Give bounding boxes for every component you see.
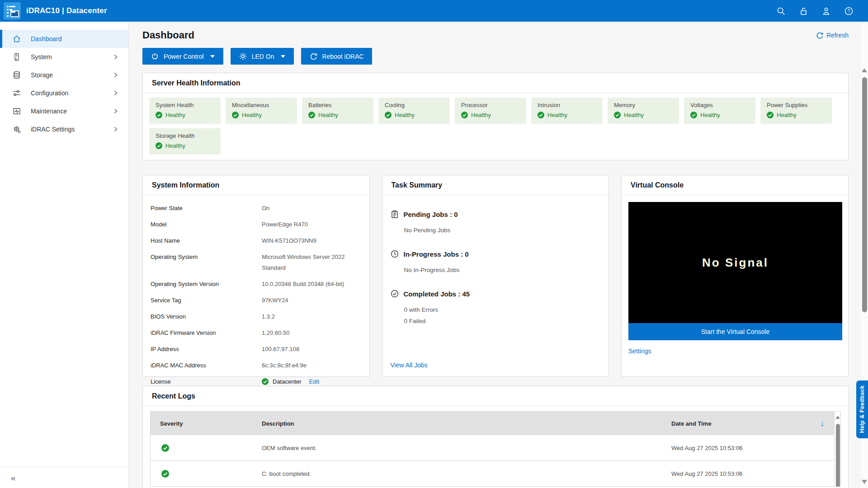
healthy-check-icon — [461, 112, 468, 118]
help-feedback-tab[interactable]: Help & Feedback — [856, 380, 868, 438]
sidebar-item-label: Dashboard — [31, 35, 62, 42]
license-row: License Datacenter Edit — [151, 375, 362, 389]
column-header-description[interactable]: Description — [252, 420, 662, 427]
page-scrollbar-thumb[interactable] — [862, 77, 867, 312]
sidebar-item-maintenance[interactable]: Maintenance — [0, 102, 128, 120]
table-row: C: boot completed. Wed Aug 27 2025 10:53… — [151, 461, 840, 487]
scroll-up-icon[interactable] — [862, 68, 867, 72]
home-icon — [12, 34, 21, 43]
sidebar-item-configuration[interactable]: Configuration — [0, 84, 128, 102]
reboot-idrac-button[interactable]: Reboot iDRAC — [301, 48, 373, 65]
no-pending-jobs-text: No Pending Jobs — [404, 227, 601, 234]
sort-descending-icon[interactable]: ↓ — [821, 420, 825, 427]
health-tile-batteries: Batteries Healthy — [302, 98, 373, 124]
view-all-jobs-link[interactable]: View All Jobs — [391, 361, 428, 369]
info-row: Operating SystemMicrosoft Windows Server… — [151, 250, 362, 277]
reboot-icon — [310, 52, 317, 60]
info-row: BIOS Version1.3.2 — [151, 310, 362, 326]
health-tile-power-supplies: Power Supplies Healthy — [760, 98, 832, 124]
healthy-check-icon — [690, 112, 697, 118]
server-icon — [12, 52, 21, 61]
severity-ok-icon — [161, 470, 169, 478]
health-tile-system-health: System Health Healthy — [149, 98, 221, 124]
info-row: Service Tag97KWY24 — [151, 293, 362, 310]
table-scrollbar[interactable] — [834, 412, 840, 487]
health-tile-miscellaneous: Miscellaneous Healthy — [226, 98, 297, 124]
user-icon[interactable] — [821, 6, 831, 16]
info-row: Host NameWIN-K571OO73NN9 — [151, 234, 362, 250]
health-tile-voltages: Voltages Healthy — [684, 98, 755, 124]
log-datetime: Wed Aug 27 2025 10:53:06 — [662, 445, 834, 451]
recent-logs-title: Recent Logs — [143, 386, 848, 406]
caret-down-icon — [210, 55, 215, 58]
health-tile-intrusion: Intrusion Healthy — [531, 98, 603, 124]
pending-jobs-heading: Pending Jobs : 0 — [391, 210, 601, 218]
sidebar-item-storage[interactable]: Storage — [0, 66, 128, 84]
info-row: iDRAC Firmware Version1.20.60.50 — [151, 326, 362, 342]
sidebar: Dashboard System Storage Configuration — [0, 22, 129, 488]
system-information-panel: System Information Power StateOn ModelPo… — [142, 175, 370, 377]
healthy-check-icon — [614, 112, 621, 118]
main-content: Dashboard Refresh Power Control LED On R… — [129, 22, 861, 488]
info-row: ModelPowerEdge R470 — [151, 217, 362, 234]
sidebar-item-dashboard[interactable]: Dashboard — [0, 30, 128, 48]
chevron-right-icon — [113, 90, 118, 96]
page-title: Dashboard — [142, 29, 194, 41]
recent-logs-panel: Recent Logs Severity Description Date an… — [142, 386, 849, 488]
chevron-right-icon — [113, 72, 118, 78]
info-row: Power StateOn — [151, 201, 362, 217]
healthy-check-icon — [308, 112, 315, 118]
start-virtual-console-button[interactable]: Start the Virtual Console — [628, 323, 842, 340]
info-row: iDRAC MAC Address6c:3c:8c:8f:e4:9e — [151, 358, 362, 375]
health-tile-processor: Processor Healthy — [455, 98, 526, 124]
virtual-console-screen: No Signal — [628, 202, 842, 323]
healthy-check-icon — [385, 112, 392, 118]
healthy-check-icon — [156, 112, 162, 118]
search-icon[interactable] — [776, 6, 786, 16]
virtual-console-panel: Virtual Console No Signal Start the Virt… — [621, 175, 849, 377]
virtual-console-title: Virtual Console — [622, 175, 848, 195]
virtual-console-settings-link[interactable]: Settings — [628, 347, 651, 355]
table-scrollbar-thumb[interactable] — [836, 424, 840, 487]
app-title: iDRAC10 | Datacenter — [26, 6, 107, 15]
health-tile-cooling: Cooling Healthy — [378, 98, 450, 124]
log-datetime: Wed Aug 27 2025 10:53:06 — [662, 470, 834, 477]
gear-icon — [12, 125, 21, 134]
health-tile-storage-health: Storage Health Healthy — [149, 128, 221, 155]
sidebar-footer: « — [0, 467, 128, 488]
recent-logs-table: Severity Description Date and Time ↓ OEM… — [150, 411, 841, 487]
chart-pulse-icon — [12, 107, 21, 116]
clock-icon — [391, 250, 399, 258]
edit-license-link[interactable]: Edit — [309, 378, 319, 385]
server-health-panel: Server Health Information System Health … — [142, 73, 849, 160]
power-control-button[interactable]: Power Control — [142, 48, 223, 65]
column-header-date-time[interactable]: Date and Time ↓ — [662, 420, 834, 427]
sidebar-item-label: System — [31, 53, 52, 61]
system-information-title: System Information — [143, 175, 369, 195]
scroll-down-icon[interactable] — [862, 480, 867, 484]
svg-text:?: ? — [848, 8, 850, 14]
license-check-icon — [262, 378, 269, 385]
completed-jobs-heading: Completed Jobs : 45 — [391, 290, 601, 298]
healthy-check-icon — [767, 112, 774, 118]
chevron-right-icon — [113, 108, 118, 114]
sidebar-item-system[interactable]: System — [0, 48, 128, 66]
refresh-button[interactable]: Refresh — [816, 32, 849, 39]
check-circle-icon — [391, 290, 399, 298]
task-summary-title: Task Summary — [382, 175, 609, 195]
healthy-check-icon — [156, 142, 162, 149]
unlock-icon[interactable] — [799, 6, 808, 16]
sidebar-item-idrac-settings[interactable]: iDRAC Settings — [0, 120, 128, 138]
column-header-severity[interactable]: Severity — [151, 420, 252, 427]
severity-ok-icon — [161, 444, 169, 452]
info-row: IP Address100.67.97.108 — [151, 342, 362, 358]
scroll-up-icon[interactable] — [835, 416, 840, 419]
sidebar-collapse-icon[interactable]: « — [11, 474, 16, 482]
help-icon[interactable]: ? — [844, 6, 854, 16]
table-row: OEM software event. Wed Aug 27 2025 10:5… — [151, 435, 840, 461]
top-bar: iDRAC10 | Datacenter ? — [0, 0, 868, 22]
sliders-icon — [12, 89, 21, 98]
no-in-progress-jobs-text: No In-Progress Jobs — [404, 267, 601, 273]
led-button[interactable]: LED On — [231, 48, 294, 65]
sidebar-item-label: Maintenance — [31, 108, 67, 115]
